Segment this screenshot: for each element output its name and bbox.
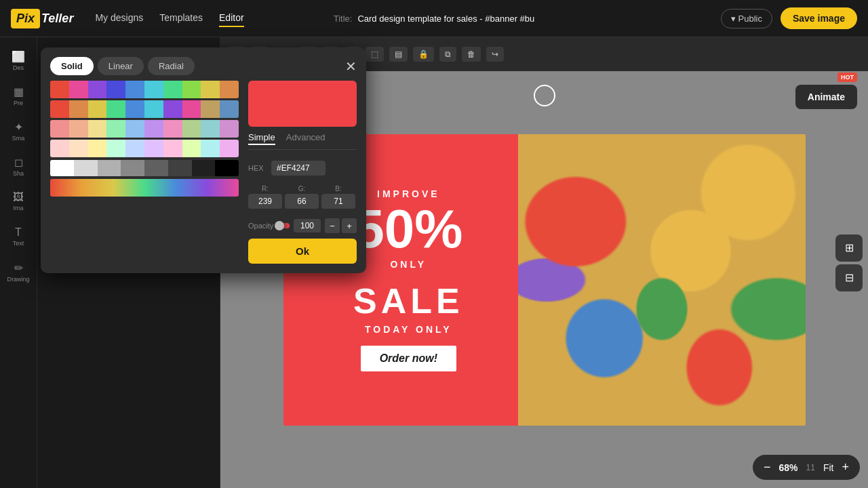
- opacity-slider[interactable]: [277, 223, 290, 228]
- swatch-cell[interactable]: [144, 140, 163, 157]
- swatch-cell[interactable]: [168, 160, 192, 176]
- nav-templates[interactable]: Templates: [159, 9, 203, 27]
- swatch-cell[interactable]: [201, 120, 220, 138]
- design-order-button[interactable]: Order now!: [361, 346, 456, 371]
- gradient-swatch[interactable]: [50, 179, 239, 197]
- design-today: TODAY ONLY: [365, 324, 452, 335]
- swatch-cell[interactable]: [220, 120, 239, 138]
- sidebar-item-drawing[interactable]: ✏ Drawing: [3, 257, 33, 287]
- swatch-cell[interactable]: [182, 100, 201, 118]
- swatch-cell[interactable]: [106, 100, 125, 118]
- logo: Pix Teller: [11, 9, 73, 28]
- tab-simple[interactable]: Simple: [248, 132, 275, 145]
- animate-button[interactable]: Animate: [795, 85, 857, 109]
- g-input[interactable]: [285, 194, 319, 209]
- close-icon[interactable]: ✕: [345, 58, 357, 75]
- swatch-cell[interactable]: [182, 120, 201, 138]
- swatch-cell[interactable]: [220, 100, 239, 118]
- swatch-cell[interactable]: [192, 160, 216, 176]
- public-button[interactable]: ▾ Public: [721, 9, 772, 28]
- swatch-cell[interactable]: [69, 81, 88, 98]
- swatch-cell[interactable]: [220, 81, 239, 98]
- swatch-cell[interactable]: [144, 81, 163, 98]
- opacity-increase[interactable]: +: [342, 218, 357, 233]
- swatch-row-a: [50, 81, 239, 98]
- toolbar-delete[interactable]: 🗑: [462, 47, 481, 62]
- logo-teller: Teller: [41, 12, 73, 26]
- sidebar-label-des: Des: [13, 64, 24, 71]
- swatch-cell[interactable]: [88, 120, 107, 138]
- swatch-cell[interactable]: [88, 140, 107, 157]
- tab-solid-main[interactable]: Solid: [50, 57, 94, 75]
- sidebar-item-pre[interactable]: ▦ Pre: [3, 81, 33, 110]
- swatch-cell[interactable]: [106, 140, 125, 157]
- toolbar-lock[interactable]: 🔒: [413, 47, 434, 62]
- swatch-cell[interactable]: [50, 120, 69, 138]
- sidebar-item-sma[interactable]: ✦ Sma: [3, 116, 33, 146]
- toolbar-redo[interactable]: ↪: [486, 47, 504, 62]
- b-input[interactable]: [321, 194, 355, 209]
- swatch-cell[interactable]: [106, 120, 125, 138]
- swatch-cell[interactable]: [74, 160, 98, 176]
- swatch-cell[interactable]: [50, 140, 69, 157]
- swatch-cell[interactable]: [125, 120, 144, 138]
- swatch-cell[interactable]: [201, 81, 220, 98]
- swatch-cell[interactable]: [98, 160, 121, 176]
- swatch-cell[interactable]: [182, 140, 201, 157]
- swatch-cell[interactable]: [144, 160, 168, 176]
- swatch-cell[interactable]: [125, 81, 144, 98]
- swatch-cell[interactable]: [69, 100, 88, 118]
- swatch-cell[interactable]: [121, 160, 144, 176]
- sidebar-item-des[interactable]: ⬜ Des: [3, 45, 33, 75]
- nav-editor[interactable]: Editor: [219, 9, 244, 27]
- toolbar-group[interactable]: ▤: [389, 47, 408, 62]
- sidebar-item-sha[interactable]: ◻ Sha: [3, 151, 33, 181]
- opacity-input[interactable]: [294, 219, 321, 232]
- toolbar-align[interactable]: ⬚: [366, 47, 384, 62]
- design-improve: IMPROVE: [377, 188, 440, 199]
- nav-my-designs[interactable]: My designs: [95, 9, 143, 27]
- swatch-cell[interactable]: [201, 100, 220, 118]
- swatch-cell[interactable]: [163, 81, 182, 98]
- toolbar-copy[interactable]: ⧉: [439, 47, 456, 62]
- sidebar-item-ima[interactable]: 🖼 Ima: [3, 186, 33, 216]
- swatch-black[interactable]: [215, 160, 239, 176]
- swatch-cell[interactable]: [220, 140, 239, 157]
- swatch-cell[interactable]: [50, 81, 69, 98]
- fit-button[interactable]: Fit: [823, 462, 834, 473]
- sidebar-item-text[interactable]: T Text: [3, 222, 33, 251]
- sha-icon: ◻: [14, 156, 23, 169]
- swatch-cell[interactable]: [182, 81, 201, 98]
- tab-radial-main[interactable]: Radial: [148, 57, 195, 75]
- swatch-cell[interactable]: [88, 100, 107, 118]
- swatch-white[interactable]: [50, 160, 74, 176]
- shrink-button[interactable]: ⊟: [835, 264, 863, 291]
- swatch-cell[interactable]: [201, 140, 220, 157]
- hex-input[interactable]: [271, 161, 326, 176]
- swatch-cell[interactable]: [144, 120, 163, 138]
- swatch-cell[interactable]: [69, 140, 88, 157]
- swatch-cell[interactable]: [144, 100, 163, 118]
- ok-button[interactable]: Ok: [248, 239, 357, 264]
- swatch-cell[interactable]: [50, 100, 69, 118]
- opacity-decrease[interactable]: −: [325, 218, 340, 233]
- swatch-cell[interactable]: [125, 100, 144, 118]
- zoom-out-button[interactable]: −: [764, 460, 771, 474]
- swatch-cell[interactable]: [125, 140, 144, 157]
- swatch-cell[interactable]: [106, 81, 125, 98]
- expand-button[interactable]: ⊞: [835, 235, 863, 262]
- tab-advanced[interactable]: Advanced: [286, 132, 326, 145]
- b-label: B:: [335, 185, 341, 192]
- zoom-in-button[interactable]: +: [842, 460, 849, 474]
- hex-row: HEX: [248, 161, 357, 176]
- r-input[interactable]: [248, 194, 282, 209]
- opacity-thumb[interactable]: [275, 221, 284, 230]
- swatch-cell[interactable]: [69, 120, 88, 138]
- swatch-cell[interactable]: [163, 120, 182, 138]
- swatch-cell[interactable]: [163, 140, 182, 157]
- circle-handle[interactable]: [534, 85, 555, 106]
- swatch-cell[interactable]: [88, 81, 107, 98]
- tab-linear-main[interactable]: Linear: [98, 57, 144, 75]
- save-button[interactable]: Save image: [781, 7, 857, 29]
- swatch-cell[interactable]: [163, 100, 182, 118]
